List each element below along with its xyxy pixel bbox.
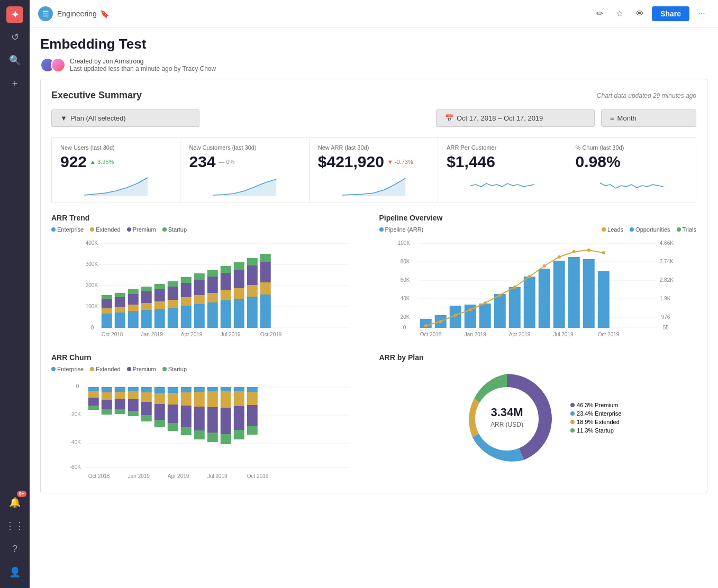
- svg-rect-23: [141, 303, 152, 310]
- svg-text:976: 976: [661, 314, 670, 320]
- svg-rect-49: [221, 266, 231, 273]
- svg-text:1.9K: 1.9K: [659, 296, 670, 301]
- sidebar-icon-add[interactable]: +: [5, 74, 24, 93]
- calendar-icon: 📅: [445, 114, 453, 122]
- share-button[interactable]: Share: [652, 6, 689, 21]
- svg-rect-95: [568, 257, 579, 328]
- topnav-actions: ✏ ☆ 👁 Share ···: [592, 6, 710, 22]
- startup-label: 11.3% Startup: [577, 427, 614, 434]
- svg-rect-19: [128, 305, 139, 311]
- kpi-new-users: New Users (last 30d) 922 ▲ 3.95%: [52, 138, 180, 203]
- svg-rect-97: [597, 271, 609, 328]
- kpi-new-customers: New Customers (last 30d) 234 — 0%: [180, 138, 309, 203]
- svg-rect-132: [115, 387, 125, 392]
- svg-rect-44: [207, 277, 218, 293]
- charts-row-1: ARR Trend Enterprise Extended Premium St…: [51, 214, 696, 343]
- svg-rect-170: [234, 406, 244, 430]
- kpi-arr-per-customer-sparkline: [447, 175, 558, 196]
- embed-header: Executive Summary Chart data updated 29 …: [51, 90, 696, 101]
- watch-button[interactable]: 👁: [632, 6, 648, 22]
- svg-rect-38: [194, 304, 205, 328]
- svg-rect-129: [102, 392, 112, 400]
- menu-button[interactable]: ☰: [38, 6, 53, 21]
- period-filter[interactable]: ≡ Month: [601, 109, 696, 127]
- svg-rect-36: [181, 283, 192, 297]
- top-navigation: ☰ Engineering 🔖 ✏ ☆ 👁 Share ···: [30, 0, 718, 27]
- legend-pipeline: Pipeline (ARR): [379, 226, 424, 233]
- svg-rect-12: [102, 299, 112, 308]
- svg-rect-33: [168, 281, 178, 287]
- svg-rect-53: [234, 262, 244, 270]
- sidebar-icon-history[interactable]: ↺: [5, 27, 24, 47]
- kpi-arr-per-customer: ARR Per Customer $1,446: [438, 138, 567, 203]
- svg-rect-153: [181, 392, 192, 406]
- svg-text:Jul 2019: Jul 2019: [221, 332, 241, 337]
- donut-svg: 3.34M ARR (USD): [454, 366, 560, 472]
- svg-rect-148: [168, 387, 178, 393]
- edit-button[interactable]: ✏: [592, 6, 607, 22]
- svg-rect-50: [234, 299, 244, 328]
- svg-point-99: [439, 320, 442, 323]
- logo-icon[interactable]: ✦: [6, 6, 23, 23]
- svg-text:80K: 80K: [400, 259, 410, 264]
- breadcrumb-parent[interactable]: Engineering: [57, 10, 97, 18]
- sidebar-icon-apps[interactable]: ⋮⋮: [5, 516, 24, 535]
- svg-rect-55: [247, 285, 258, 297]
- filter-icon: ▼: [60, 114, 67, 122]
- svg-point-100: [453, 314, 457, 317]
- svg-point-98: [424, 324, 427, 327]
- svg-point-104: [513, 286, 516, 289]
- kpi-new-users-value: 922: [60, 153, 87, 171]
- star-button[interactable]: ☆: [612, 6, 628, 22]
- date-filter[interactable]: 📅 Oct 17, 2018 – Oct 17, 2019: [436, 109, 595, 127]
- svg-rect-32: [168, 287, 178, 300]
- plan-filter[interactable]: ▼ Plan (All selected): [51, 109, 199, 127]
- svg-rect-59: [260, 282, 271, 295]
- svg-rect-171: [234, 430, 244, 439]
- svg-rect-45: [207, 270, 218, 277]
- svg-point-103: [498, 293, 501, 297]
- arr-churn-chart: ARR Churn Enterprise Extended Premium St…: [51, 353, 369, 482]
- arr-churn-container: 0 -20K -40K -60K: [51, 376, 369, 482]
- svg-point-105: [528, 275, 531, 278]
- legend-enterprise: Enterprise: [51, 226, 84, 233]
- svg-rect-16: [115, 297, 125, 307]
- svg-point-106: [542, 264, 546, 268]
- donut-container: 3.34M ARR (USD) 46.3% Premium 23.4% Ente…: [379, 366, 697, 472]
- svg-rect-152: [181, 387, 192, 392]
- svg-rect-146: [154, 404, 165, 420]
- svg-rect-93: [538, 269, 550, 328]
- svg-point-102: [483, 301, 486, 305]
- svg-text:100K: 100K: [397, 240, 410, 246]
- svg-text:Oct 2019: Oct 2019: [260, 332, 282, 337]
- kpi-churn-sparkline: [576, 175, 687, 196]
- svg-text:Apr 2019: Apr 2019: [181, 332, 203, 337]
- svg-point-181: [475, 387, 539, 451]
- kpi-churn-label: % Churn (last 30d): [576, 144, 687, 151]
- legend-premium: 46.3% Premium: [570, 402, 621, 408]
- svg-text:-40K: -40K: [70, 439, 81, 445]
- svg-rect-166: [221, 408, 231, 434]
- page-meta: Created by Jon Armstrong Last updated le…: [40, 58, 707, 72]
- svg-point-110: [602, 251, 605, 254]
- sidebar-icon-notifications[interactable]: 🔔 9+: [5, 493, 24, 512]
- svg-rect-144: [154, 387, 165, 393]
- svg-rect-41: [194, 273, 205, 280]
- sidebar-icon-search[interactable]: 🔍: [5, 51, 24, 70]
- more-button[interactable]: ···: [694, 6, 710, 22]
- svg-text:55: 55: [662, 325, 669, 330]
- svg-rect-52: [234, 270, 244, 288]
- svg-rect-168: [234, 387, 244, 391]
- kpi-new-arr-sparkline: [318, 175, 429, 196]
- svg-rect-60: [260, 262, 271, 282]
- svg-rect-145: [154, 393, 165, 404]
- svg-text:Jul 2019: Jul 2019: [553, 332, 573, 337]
- page-header: Embedding Test Created by Jon Armstrong …: [30, 27, 718, 79]
- svg-rect-13: [102, 295, 112, 299]
- svg-rect-29: [154, 284, 165, 289]
- sidebar-icon-help[interactable]: ?: [5, 539, 24, 558]
- sidebar-icon-profile[interactable]: 👤: [5, 563, 24, 582]
- svg-rect-42: [207, 302, 218, 328]
- svg-text:2.82K: 2.82K: [659, 277, 673, 283]
- svg-text:Apr 2019: Apr 2019: [508, 332, 530, 337]
